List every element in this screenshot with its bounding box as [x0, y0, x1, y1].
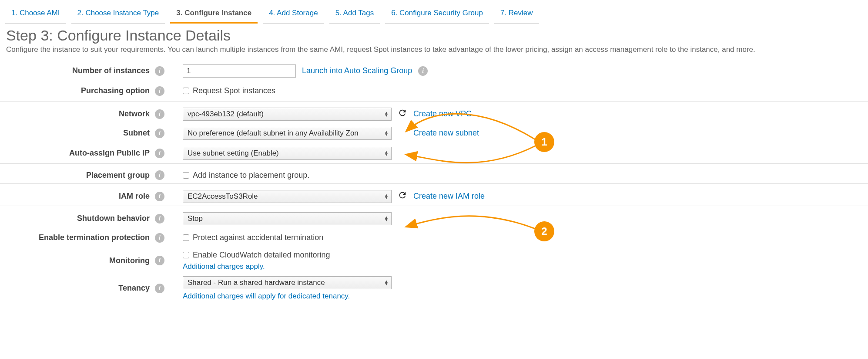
create-iam-role-link[interactable]: Create new IAM role: [413, 192, 485, 201]
iam-role-value: EC2AccessToS3Role: [188, 192, 258, 201]
info-icon[interactable]: i: [155, 149, 164, 158]
monitoring-checkbox[interactable]: [183, 252, 189, 258]
info-icon[interactable]: i: [155, 284, 164, 293]
step-choose-instance-type[interactable]: 2. Choose Instance Type: [71, 5, 165, 24]
network-select[interactable]: vpc-493eb132 (default) ▲▼: [183, 108, 392, 121]
row-placement-group: Placement group i Add instance to placem…: [0, 163, 868, 183]
select-arrows-icon: ▲▼: [384, 280, 389, 285]
iam-role-select[interactable]: EC2AccessToS3Role ▲▼: [183, 190, 392, 203]
info-icon[interactable]: i: [155, 256, 164, 265]
select-arrows-icon: ▲▼: [384, 131, 389, 136]
wizard-steps: 1. Choose AMI 2. Choose Instance Type 3.…: [0, 0, 868, 24]
row-shutdown-behavior: Shutdown behavior i Stop ▲▼: [0, 206, 868, 228]
annotation-callout-2: 2: [535, 222, 553, 240]
row-tenancy: Tenancy i Shared - Run a shared hardware…: [0, 274, 868, 303]
label-iam-role: IAM role: [119, 192, 150, 201]
label-placement-group: Placement group: [86, 171, 150, 180]
placement-group-checkbox[interactable]: [183, 172, 189, 179]
label-number-of-instances: Number of instances: [72, 66, 150, 75]
tenancy-select[interactable]: Shared - Run a shared hardware instance …: [183, 276, 392, 289]
step-configure-instance[interactable]: 3. Configure Instance: [170, 5, 258, 24]
info-icon[interactable]: i: [418, 66, 428, 76]
select-arrows-icon: ▲▼: [384, 194, 389, 199]
step-add-storage[interactable]: 4. Add Storage: [263, 5, 324, 24]
subnet-select[interactable]: No preference (default subnet in any Ava…: [183, 127, 392, 140]
termination-protection-checkbox[interactable]: [183, 234, 189, 241]
network-select-value: vpc-493eb132 (default): [188, 110, 264, 119]
placement-group-label: Add instance to placement group.: [193, 171, 309, 180]
tenancy-note[interactable]: Additional charges will apply for dedica…: [183, 291, 392, 301]
row-number-of-instances: Number of instances i Launch into Auto S…: [0, 61, 868, 81]
label-monitoring: Monitoring: [109, 256, 150, 265]
select-arrows-icon: ▲▼: [384, 112, 389, 117]
info-icon[interactable]: i: [155, 66, 164, 76]
create-subnet-link[interactable]: Create new subnet: [413, 129, 479, 138]
auto-assign-ip-select[interactable]: Use subnet setting (Enable) ▲▼: [183, 147, 392, 160]
label-termination-protection: Enable termination protection: [39, 233, 150, 242]
step-choose-ami[interactable]: 1. Choose AMI: [5, 5, 66, 24]
select-arrows-icon: ▲▼: [384, 216, 389, 221]
page-description: Configure the instance to suit your requ…: [0, 45, 868, 61]
info-icon[interactable]: i: [155, 170, 164, 180]
label-tenancy: Tenancy: [118, 284, 150, 293]
info-icon[interactable]: i: [155, 129, 164, 138]
page-title: Step 3: Configure Instance Details: [0, 24, 868, 45]
row-network: Network i vpc-493eb132 (default) ▲▼ Crea…: [0, 101, 868, 123]
info-icon[interactable]: i: [155, 109, 164, 119]
tenancy-value: Shared - Run a shared hardware instance: [188, 278, 325, 287]
info-icon[interactable]: i: [155, 214, 164, 224]
row-subnet: Subnet i No preference (default subnet i…: [0, 123, 868, 143]
step-review[interactable]: 7. Review: [494, 5, 539, 24]
label-subnet: Subnet: [123, 129, 150, 138]
number-of-instances-input[interactable]: [183, 64, 296, 78]
row-purchasing-option: Purchasing option i Request Spot instanc…: [0, 81, 868, 101]
monitoring-note[interactable]: Additional charges apply.: [183, 261, 330, 271]
select-arrows-icon: ▲▼: [384, 151, 389, 156]
subnet-select-value: No preference (default subnet in any Ava…: [188, 129, 359, 138]
request-spot-checkbox[interactable]: [183, 88, 189, 94]
refresh-icon[interactable]: [398, 190, 407, 202]
info-icon[interactable]: i: [155, 86, 164, 96]
annotation-callout-1: 1: [535, 133, 553, 151]
info-icon[interactable]: i: [155, 233, 164, 243]
row-termination-protection: Enable termination protection i Protect …: [0, 228, 868, 248]
step-add-tags[interactable]: 5. Add Tags: [329, 5, 380, 24]
launch-auto-scaling-link[interactable]: Launch into Auto Scaling Group: [302, 66, 412, 75]
label-auto-assign-ip: Auto-assign Public IP: [69, 149, 150, 158]
auto-assign-ip-value: Use subnet setting (Enable): [188, 149, 279, 158]
row-monitoring: Monitoring i Enable CloudWatch detailed …: [0, 248, 868, 274]
monitoring-label: Enable CloudWatch detailed monitoring: [193, 251, 330, 260]
termination-protection-label: Protect against accidental termination: [193, 233, 323, 242]
label-network: Network: [119, 109, 150, 119]
info-icon[interactable]: i: [155, 192, 164, 201]
label-shutdown-behavior: Shutdown behavior: [77, 214, 150, 223]
request-spot-label: Request Spot instances: [193, 86, 275, 95]
row-iam-role: IAM role i EC2AccessToS3Role ▲▼ Create n…: [0, 183, 868, 206]
shutdown-behavior-select[interactable]: Stop ▲▼: [183, 212, 392, 225]
row-auto-assign-ip: Auto-assign Public IP i Use subnet setti…: [0, 143, 868, 163]
refresh-icon[interactable]: [398, 108, 407, 120]
step-configure-security-group[interactable]: 6. Configure Security Group: [385, 5, 489, 24]
shutdown-behavior-value: Stop: [188, 214, 203, 223]
create-vpc-link[interactable]: Create new VPC: [413, 109, 472, 119]
label-purchasing-option: Purchasing option: [81, 86, 150, 95]
